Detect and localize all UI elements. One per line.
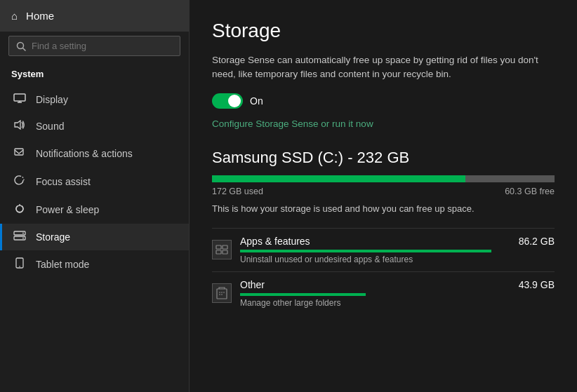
- display-label: Display: [36, 94, 68, 105]
- svg-point-11: [22, 233, 24, 234]
- storage-items: Apps & features 86.2 GB Uninstall unused…: [212, 228, 555, 315]
- other-sub: Manage other large folders: [240, 298, 555, 308]
- other-content: Other 43.9 GB Manage other large folders: [240, 279, 555, 308]
- svg-rect-15: [216, 245, 221, 249]
- home-label: Home: [26, 10, 54, 22]
- storage-stats: 172 GB used 60.3 GB free: [212, 187, 555, 196]
- svg-rect-2: [14, 94, 25, 101]
- power-icon: [13, 203, 26, 217]
- notifications-label: Notifications & actions: [36, 148, 133, 159]
- storage-icon: [13, 231, 26, 243]
- apps-content: Apps & features 86.2 GB Uninstall unused…: [240, 236, 555, 264]
- toggle-label: On: [250, 95, 263, 107]
- svg-line-1: [23, 48, 26, 50]
- other-size: 43.9 GB: [519, 279, 555, 290]
- other-row: Other 43.9 GB Manage other large folders: [212, 279, 555, 308]
- storage-label: Storage: [36, 231, 70, 243]
- apps-sub: Uninstall unused or undesired apps & fea…: [240, 255, 555, 264]
- other-name: Other: [240, 279, 265, 290]
- display-icon: [13, 93, 26, 106]
- svg-point-14: [19, 266, 20, 267]
- page-title: Storage: [212, 20, 555, 42]
- focus-icon: [13, 175, 26, 189]
- svg-rect-19: [217, 289, 227, 299]
- svg-rect-18: [223, 250, 227, 254]
- sidebar-item-power[interactable]: Power & sleep: [0, 196, 189, 224]
- svg-rect-16: [223, 245, 227, 249]
- storage-item-apps[interactable]: Apps & features 86.2 GB Uninstall unused…: [212, 228, 555, 271]
- apps-name: Apps & features: [240, 236, 310, 247]
- sidebar-item-storage[interactable]: Storage: [0, 224, 189, 250]
- home-button[interactable]: ⌂ Home: [0, 0, 189, 32]
- apps-row: Apps & features 86.2 GB Uninstall unused…: [212, 236, 555, 264]
- other-bar: [240, 293, 366, 296]
- tablet-label: Tablet mode: [36, 259, 89, 270]
- sidebar: ⌂ Home System Display Sound: [0, 0, 190, 392]
- configure-link[interactable]: Configure Storage Sense or run it now: [212, 119, 555, 129]
- power-label: Power & sleep: [36, 204, 99, 215]
- apps-icon: [212, 240, 232, 259]
- search-icon: [16, 41, 26, 51]
- free-label: 60.3 GB free: [505, 187, 555, 196]
- sidebar-item-focus[interactable]: Focus assist: [0, 168, 189, 196]
- sidebar-item-tablet[interactable]: Tablet mode: [0, 250, 189, 278]
- storage-item-other[interactable]: Other 43.9 GB Manage other large folders: [212, 271, 555, 315]
- search-box[interactable]: [8, 36, 180, 56]
- sidebar-item-display[interactable]: Display: [0, 86, 189, 113]
- home-icon: ⌂: [11, 10, 18, 22]
- toggle-row: On: [212, 93, 555, 109]
- sound-icon: [13, 120, 26, 133]
- storage-bar-fill: [212, 175, 465, 182]
- other-name-row: Other 43.9 GB: [240, 279, 555, 290]
- focus-label: Focus assist: [36, 176, 91, 187]
- tablet-icon: [13, 257, 26, 271]
- ssd-section: Samsung SSD (C:) - 232 GB 172 GB used 60…: [212, 149, 555, 315]
- svg-point-12: [22, 238, 24, 239]
- main-content: Storage Storage Sense can automatically …: [190, 0, 577, 392]
- svg-rect-17: [216, 250, 221, 254]
- sidebar-item-sound[interactable]: Sound: [0, 113, 189, 140]
- storage-desc: This is how your storage is used and how…: [212, 203, 555, 214]
- storage-bar-container: [212, 175, 555, 182]
- sound-label: Sound: [36, 121, 64, 132]
- used-label: 172 GB used: [212, 187, 263, 196]
- other-icon: [212, 283, 232, 303]
- notifications-icon: [13, 147, 26, 161]
- apps-name-row: Apps & features 86.2 GB: [240, 236, 555, 247]
- ssd-title: Samsung SSD (C:) - 232 GB: [212, 149, 555, 167]
- apps-bar: [240, 250, 491, 252]
- storage-sense-toggle[interactable]: [212, 93, 243, 109]
- storage-sense-description: Storage Sense can automatically free up …: [212, 53, 549, 82]
- section-label: System: [0, 65, 189, 86]
- sidebar-item-notifications[interactable]: Notifications & actions: [0, 140, 189, 168]
- search-input[interactable]: [32, 41, 173, 51]
- svg-marker-5: [15, 121, 20, 129]
- apps-size: 86.2 GB: [519, 236, 555, 247]
